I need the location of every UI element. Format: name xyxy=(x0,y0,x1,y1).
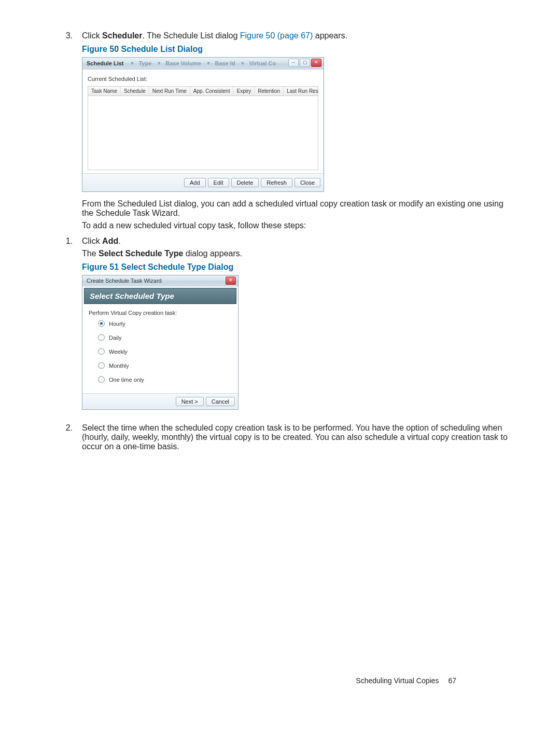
next-button[interactable]: Next > xyxy=(176,397,204,406)
dialog-titlebar: Schedule List ▼ Type ▼ Base Volume ▼ Bas… xyxy=(82,58,324,70)
radio-icon xyxy=(98,362,105,369)
figure-50-caption: Figure 50 Schedule List Dialog xyxy=(82,45,508,54)
dialog-title: Create Schedule Task Wizard xyxy=(87,278,162,284)
select-schedule-type-dialog: Create Schedule Task Wizard ✕ Select Sch… xyxy=(82,275,239,410)
close-icon[interactable]: ✕ xyxy=(226,277,236,285)
col-next-run[interactable]: Next Run Time xyxy=(149,87,190,95)
radio-icon xyxy=(98,348,105,355)
dialog-titlebar: Create Schedule Task Wizard ✕ xyxy=(82,275,238,286)
col-task-name[interactable]: Task Name xyxy=(88,87,121,95)
text: appears. xyxy=(313,31,347,40)
radio-daily[interactable]: Daily xyxy=(98,334,232,341)
col-schedule[interactable]: Schedule xyxy=(121,87,149,95)
step-1: 1. Click Add. The Select Schedule Type d… xyxy=(52,237,508,420)
radio-monthly[interactable]: Monthly xyxy=(98,362,232,369)
step-3: 3. Click Scheduler. The Schedule List di… xyxy=(52,31,508,233)
ghost-col: Base Id xyxy=(215,60,235,66)
minimize-icon[interactable]: – xyxy=(288,59,299,67)
prompt-label: Perform Virtual Copy creation task: xyxy=(89,310,232,316)
table-header-row: Task Name Schedule Next Run Time App. Co… xyxy=(88,87,318,96)
delete-button[interactable]: Delete xyxy=(231,178,259,187)
radio-label: Daily xyxy=(109,335,121,341)
footer-section: Scheduling Virtual Copies xyxy=(356,676,439,685)
schedule-list-dialog: Schedule List ▼ Type ▼ Base Volume ▼ Bas… xyxy=(82,57,324,192)
wizard-button-row: Next > Cancel xyxy=(82,393,238,409)
close-icon[interactable]: ✕ xyxy=(311,59,321,67)
step-number: 2. xyxy=(52,423,82,451)
text: dialog appears. xyxy=(183,249,242,258)
cancel-button[interactable]: Cancel xyxy=(206,397,235,406)
section-label: Current Scheduled List: xyxy=(88,76,318,82)
scheduled-list-table: Task Name Schedule Next Run Time App. Co… xyxy=(88,86,318,170)
add-keyword: Add xyxy=(102,237,118,245)
radio-label: Hourly xyxy=(109,321,125,327)
radio-label: One time only xyxy=(109,377,144,383)
step-body: Select the time when the scheduled copy … xyxy=(82,423,508,451)
chevron-down-icon: ▼ xyxy=(241,61,245,66)
chevron-down-icon: ▼ xyxy=(157,61,161,66)
step-number: 1. xyxy=(52,237,82,420)
text: Click xyxy=(82,237,102,245)
col-app-consistent[interactable]: App. Consistent xyxy=(190,87,234,95)
close-button[interactable]: Close xyxy=(295,178,320,187)
step-2: 2. Select the time when the scheduled co… xyxy=(52,423,508,451)
radio-icon xyxy=(98,376,105,383)
wizard-banner: Select Scheduled Type xyxy=(84,288,236,304)
footer-page-number: 67 xyxy=(448,676,456,685)
paragraph: To add a new scheduled virtual copy task… xyxy=(82,221,508,230)
edit-button[interactable]: Edit xyxy=(208,178,229,187)
radio-weekly[interactable]: Weekly xyxy=(98,348,232,355)
ghost-col: Virtual Co xyxy=(249,60,276,66)
step-body: Click Scheduler. The Schedule List dialo… xyxy=(82,31,508,233)
text: The xyxy=(82,249,99,258)
text: . The Schedule List dialog xyxy=(142,31,240,40)
radio-icon xyxy=(98,320,105,327)
ghost-col: Type xyxy=(138,60,151,66)
radio-label: Monthly xyxy=(109,363,129,369)
radio-hourly[interactable]: Hourly xyxy=(98,320,232,327)
add-button[interactable]: Add xyxy=(184,178,206,187)
col-last-run[interactable]: Last Run Result xyxy=(284,87,318,95)
scheduler-keyword: Scheduler xyxy=(102,31,142,40)
figure-51-caption: Figure 51 Select Schedule Type Dialog xyxy=(82,263,508,272)
paragraph: From the Scheduled List dialog, you can … xyxy=(82,199,508,218)
radio-one-time[interactable]: One time only xyxy=(98,376,232,383)
chevron-down-icon: ▼ xyxy=(130,61,135,66)
select-schedule-type-keyword: Select Schedule Type xyxy=(99,249,183,258)
col-retention[interactable]: Retention xyxy=(255,87,284,95)
maximize-icon[interactable]: ▢ xyxy=(300,59,310,67)
figure-50-link[interactable]: Figure 50 (page 67) xyxy=(240,31,313,40)
refresh-button[interactable]: Refresh xyxy=(261,178,292,187)
radio-icon xyxy=(98,334,105,341)
col-expiry[interactable]: Expiry xyxy=(233,87,255,95)
page-footer: Scheduling Virtual Copies 67 xyxy=(356,676,456,685)
ghost-col: Base Volume xyxy=(165,60,201,66)
dialog-button-row: Add Edit Delete Refresh Close xyxy=(82,173,324,191)
step-number: 3. xyxy=(52,31,82,233)
dialog-title: Schedule List xyxy=(87,60,124,66)
chevron-down-icon: ▼ xyxy=(206,61,211,66)
step-body: Click Add. The Select Schedule Type dial… xyxy=(82,237,508,420)
text: Click xyxy=(82,31,102,40)
radio-label: Weekly xyxy=(109,349,128,355)
text: . xyxy=(118,237,120,245)
